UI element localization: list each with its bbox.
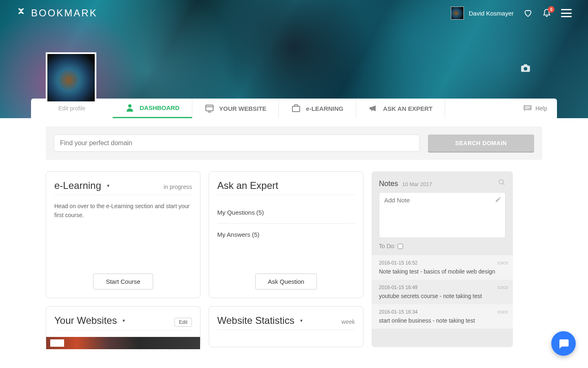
user-menu[interactable]: David Kosmayer (451, 7, 514, 20)
tab-elearning[interactable]: e-LEARNING (279, 99, 356, 118)
tab-strip: Edit profile DASHBOARD YOUR WEBSITE e-LE… (31, 99, 557, 118)
svg-point-4 (499, 180, 503, 184)
brand-name: BOOKMARK (31, 7, 98, 19)
notes-panel: Notes 10 Mar 2017 To Do: 2016-01-15 16:5… (372, 171, 513, 347)
website-icon (205, 103, 214, 113)
tab-label: e-LEARNING (306, 105, 343, 112)
note-item[interactable]: 2016-01-15 16:52 Note taking test - basi… (372, 255, 513, 280)
chat-icon (523, 105, 532, 112)
notifications-icon[interactable]: 0 (542, 9, 551, 18)
book-icon: ▭▭ (497, 284, 508, 290)
elearning-card: e-Learning▾ in progress Head on over to … (46, 171, 200, 298)
megaphone-icon (368, 103, 378, 113)
card-title: Your Websites (54, 315, 117, 326)
note-text: start online business - note taking test (379, 317, 506, 324)
chat-bubble-icon (557, 337, 570, 350)
card-title: Website Statistics (217, 315, 294, 326)
note-timestamp: 2016-01-15 16:34 (379, 309, 506, 315)
brand-logo[interactable]: BOOKMARK (16, 7, 98, 19)
topbar: BOOKMARK David Kosmayer 0 (0, 0, 588, 26)
todo-checkbox[interactable] (398, 244, 403, 249)
chat-widget[interactable] (551, 331, 576, 356)
search-icon[interactable] (498, 179, 506, 186)
camera-icon[interactable] (520, 63, 531, 73)
notes-date: 10 Mar 2017 (402, 181, 432, 187)
add-note-input[interactable] (379, 192, 506, 238)
book-icon: ▭▭ (497, 259, 508, 266)
note-text: youtube secrets course - note taking tes… (379, 293, 506, 299)
help-link[interactable]: Help (523, 105, 557, 112)
ask-expert-card: Ask an Expert My Questions (5) My Answer… (209, 171, 363, 298)
edit-profile-link[interactable]: Edit profile (31, 105, 113, 112)
heart-icon[interactable] (523, 9, 532, 18)
search-domain-button[interactable]: SEARCH DOMAIN (428, 135, 534, 152)
tab-your-website[interactable]: YOUR WEBSITE (192, 99, 279, 118)
chevron-down-icon[interactable]: ▾ (107, 183, 109, 188)
stats-period: week (341, 319, 355, 325)
note-item[interactable]: 2016-01-15 16:34 start online business -… (372, 304, 513, 329)
note-item[interactable]: 2016-01-15 16:49 youtube secrets course … (372, 280, 513, 304)
tab-ask-expert[interactable]: ASK AN EXPERT (356, 99, 445, 118)
website-statistics-card: Website Statistics▾ week (209, 306, 363, 347)
todo-row: To Do: (379, 243, 506, 249)
help-label: Help (535, 105, 547, 112)
dashboard-icon (125, 103, 135, 113)
elearning-body: Head on over to the e-Learning section a… (54, 202, 192, 220)
svg-point-0 (128, 104, 131, 108)
tab-label: DASHBOARD (140, 104, 180, 111)
chevron-down-icon[interactable]: ▾ (300, 318, 303, 323)
content-area: SEARCH DOMAIN e-Learning▾ in progress He… (0, 118, 588, 368)
my-questions-link[interactable]: My Questions (5) (217, 202, 355, 224)
notification-badge: 0 (548, 6, 555, 13)
avatar-small (451, 7, 464, 20)
todo-label: To Do: (379, 243, 395, 249)
card-title: Ask an Expert (217, 180, 278, 191)
svg-rect-1 (206, 105, 213, 111)
book-icon: ▭▭ (497, 308, 508, 315)
topbar-right: David Kosmayer 0 (451, 7, 572, 20)
website-thumbnail[interactable] (46, 337, 200, 349)
note-timestamp: 2016-01-15 16:49 (379, 285, 506, 290)
user-name: David Kosmayer (469, 10, 514, 17)
my-answers-link[interactable]: My Answers (5) (217, 224, 355, 245)
notes-title: Notes (379, 180, 398, 188)
bookmark-logo-icon (16, 7, 28, 19)
svg-rect-2 (292, 106, 300, 112)
profile-avatar[interactable] (46, 52, 96, 103)
notes-list: 2016-01-15 16:52 Note taking test - basi… (372, 255, 513, 329)
note-timestamp: 2016-01-15 16:52 (379, 260, 506, 266)
briefcase-icon (291, 103, 301, 113)
start-course-button[interactable]: Start Course (93, 274, 153, 289)
card-title: e-Learning (54, 180, 101, 191)
domain-search-input[interactable] (54, 135, 420, 152)
tab-dashboard[interactable]: DASHBOARD (113, 99, 192, 118)
elearning-status: in progress (164, 184, 192, 190)
edit-website-button[interactable]: Edit (174, 318, 192, 327)
tab-label: ASK AN EXPERT (383, 105, 432, 112)
your-websites-card: Your Websites▾ Edit (46, 306, 200, 347)
ask-question-button[interactable]: Ask Question (255, 274, 317, 289)
note-text: Note taking test - basics of mobile web … (379, 268, 506, 275)
menu-icon[interactable] (561, 9, 572, 17)
tab-label: YOUR WEBSITE (219, 105, 267, 112)
domain-search-bar: SEARCH DOMAIN (46, 126, 542, 160)
avatar-image (47, 54, 95, 101)
pencil-icon[interactable] (495, 196, 501, 203)
chevron-down-icon[interactable]: ▾ (122, 318, 125, 323)
